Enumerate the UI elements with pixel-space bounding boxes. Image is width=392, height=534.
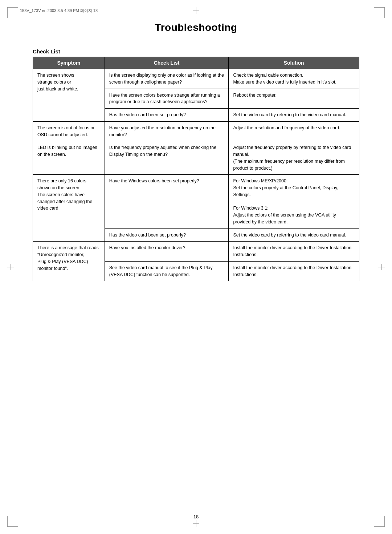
page-number: 18 [193,514,199,519]
corner-mark-tr [374,7,385,18]
table-row: The screen shows strange colors or just … [33,69,359,89]
solution-cell: Install the monitor driver according to … [229,242,359,262]
check-cell: Is the frequency properly adjusted when … [105,141,229,175]
header-solution: Solution [229,57,359,69]
symptom-cell: The screen shows strange colors or just … [33,69,105,122]
content-area: Troubleshooting Check List Symptom Check… [0,0,392,310]
solution-cell: Adjust the frequency properly by referri… [229,141,359,175]
check-cell: See the video card manual to see if the … [105,261,229,281]
check-cell: Have the Windows colors been set properl… [105,175,229,228]
solution-cell: Check the signal cable connection. Make … [229,69,359,89]
header-symptom: Symptom [33,57,105,69]
symptom-cell: There are only 16 colors shown on the sc… [33,175,105,242]
check-cell: Is the screen displaying only one color … [105,69,229,89]
page-container: 153V_173V-en 2003.3.5 4:39 PM 페이지 18 Tro… [0,0,392,534]
symptom-cell: LED is blinking but no images on the scr… [33,141,105,175]
crosshair-right [378,264,385,270]
corner-mark-br [374,516,385,527]
header-checklist: Check List [105,57,229,69]
check-cell: Have the screen colors become strange af… [105,89,229,109]
table-row: The screen is out of focus or OSD cannot… [33,121,359,141]
section-title: Check List [33,48,359,54]
check-cell: Have you installed the monitor driver? [105,242,229,262]
header-info: 153V_173V-en 2003.3.5 4:39 PM 페이지 18 [20,8,98,13]
table-row: There is a message that reads "Unrecogni… [33,242,359,262]
corner-mark-tl [7,7,18,18]
solution-cell: For Windows ME/XP/2000: Set the colors p… [229,175,359,228]
main-table: Symptom Check List Solution The screen s… [33,57,359,281]
check-cell: Has the video card been set properly? [105,109,229,122]
check-cell: Have you adjusted the resolution or freq… [105,121,229,141]
symptom-cell: The screen is out of focus or OSD cannot… [33,121,105,141]
check-cell: Has the video card been set properly? [105,228,229,242]
solution-cell: Install the monitor driver according to … [229,261,359,281]
table-row: LED is blinking but no images on the scr… [33,141,359,175]
solution-cell: Adjust the resolution and frequency of t… [229,121,359,141]
corner-mark-bl [7,516,18,527]
crosshair-left [7,264,14,270]
crosshair-top [193,7,199,14]
table-row: There are only 16 colors shown on the sc… [33,175,359,228]
page-title: Troubleshooting [33,22,359,33]
solution-cell: Set the video card by referring to the v… [229,228,359,242]
title-divider [33,38,359,38]
solution-cell: Reboot the computer. [229,89,359,109]
table-header-row: Symptom Check List Solution [33,57,359,69]
solution-cell: Set the video card by referring to the v… [229,109,359,122]
symptom-cell: There is a message that reads "Unrecogni… [33,242,105,281]
crosshair-bottom [193,520,199,527]
